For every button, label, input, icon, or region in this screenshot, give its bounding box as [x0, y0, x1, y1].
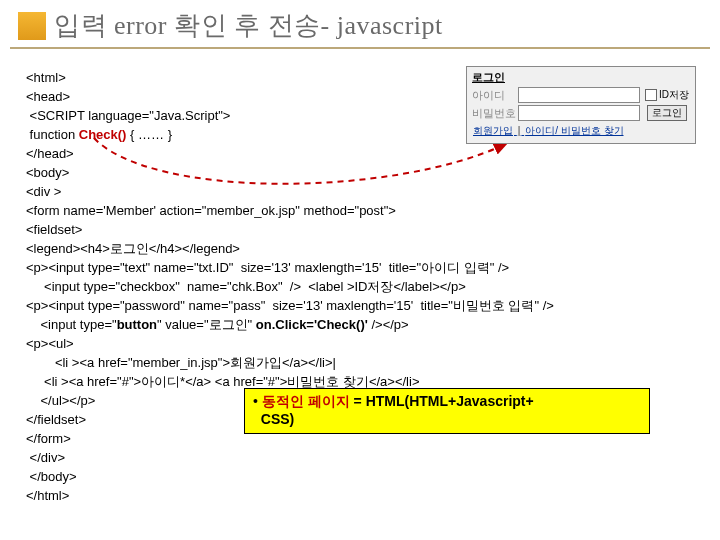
callout-text2: CSS)	[261, 411, 294, 427]
login-id-label: 아이디	[472, 88, 518, 103]
callout-highlight: 동적인 페이지	[262, 393, 354, 409]
code-line: </html>	[26, 486, 700, 505]
code-line: </head>	[26, 144, 700, 163]
code-line: <body>	[26, 163, 700, 182]
code-line: <form name='Member' action="member_ok.js…	[26, 201, 700, 220]
code-line: <p><input type="password" name="pass" si…	[26, 296, 700, 315]
code-line: </div>	[26, 448, 700, 467]
login-link-sep: |	[518, 125, 521, 136]
code-line: <input type="button" value="로그인" on.Clic…	[26, 315, 700, 334]
callout-box: • 동적인 페이지 = HTML(HTML+Javascript+ CSS)	[244, 388, 650, 434]
checkbox-icon[interactable]	[645, 89, 657, 101]
title-bar: 입력 error 확인 후 전송- javascript	[0, 0, 720, 43]
callout-text1: = HTML(HTML+Javascript+	[354, 393, 534, 409]
code-line: <input type="checkbox" name="chk.Box" />…	[26, 277, 700, 296]
code-line: </body>	[26, 467, 700, 486]
login-row-id: 아이디 ID저장	[472, 87, 690, 103]
login-pw-label: 비밀번호	[472, 106, 518, 121]
login-legend: 로그인	[472, 70, 690, 85]
login-link-join[interactable]: 회원가입	[473, 125, 513, 136]
code-line: <p><ul>	[26, 334, 700, 353]
login-links: 회원가입 | 아이디/ 비밀번호 찾기	[472, 124, 690, 138]
slide-title: 입력 error 확인 후 전송- javascript	[54, 8, 443, 43]
callout-bullet: •	[253, 393, 262, 409]
code-line: <li ><a href="member_in.jsp">회원가입</a></l…	[26, 353, 700, 372]
login-row-pw: 비밀번호 로그인	[472, 105, 690, 121]
login-link-find[interactable]: 아이디/ 비밀번호 찾기	[525, 125, 623, 136]
title-accent-block	[18, 12, 46, 40]
login-submit-button[interactable]: 로그인	[647, 105, 687, 121]
login-id-input[interactable]	[518, 87, 640, 103]
code-line: <div >	[26, 182, 700, 201]
title-underline	[10, 47, 710, 49]
login-preview-box: 로그인 아이디 ID저장 비밀번호 로그인 회원가입 | 아이디/ 비밀번호 찾…	[466, 66, 696, 144]
login-pw-input[interactable]	[518, 105, 640, 121]
login-save-id[interactable]: ID저장	[644, 88, 690, 102]
code-line: <fieldset>	[26, 220, 700, 239]
code-line: <legend><h4>로그인</h4></legend>	[26, 239, 700, 258]
login-submit-wrap: 로그인	[644, 105, 690, 121]
code-line: <p><input type="text" name="txt.ID" size…	[26, 258, 700, 277]
